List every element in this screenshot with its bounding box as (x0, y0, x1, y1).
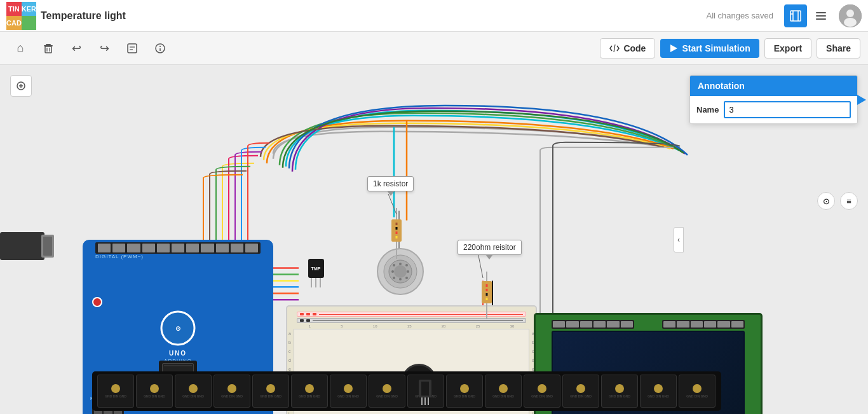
svg-rect-33 (0, 232, 44, 260)
tooltip-220-resistor: 220ohm reisitor (458, 240, 522, 255)
canvas-area[interactable]: DIGITAL (PWM~) ⊙ UNO ARDUINO POWER ANALO… (0, 65, 868, 414)
annotation-body: Name (690, 96, 857, 123)
svg-rect-10 (46, 44, 51, 45)
logo-ker: KER (22, 2, 36, 16)
svg-point-19 (159, 46, 161, 47)
svg-point-55 (405, 264, 408, 266)
export-label: Export (774, 43, 802, 53)
led-unit: GND DIN GND (330, 375, 367, 408)
annotation-name-input[interactable] (724, 101, 851, 118)
export-btn[interactable]: Export (764, 38, 811, 59)
list-view-btn[interactable] (810, 4, 832, 27)
annotation-arrow (857, 95, 866, 105)
led-strip: GND DIN GND GND DIN GND GND DIN GND GND … (92, 371, 721, 411)
usb-connector (0, 227, 57, 268)
annotation-lines-icon[interactable]: ≡ (840, 192, 858, 210)
circuit-icon (789, 10, 802, 22)
tooltip-1k-resistor: 1k resistor (367, 176, 414, 191)
svg-point-9 (844, 18, 857, 27)
svg-point-57 (407, 270, 409, 273)
zoom-fit-btn[interactable] (10, 75, 32, 97)
code-icon (609, 43, 620, 53)
annotation-circle-icon[interactable]: ⊙ (817, 192, 835, 210)
svg-rect-4 (816, 12, 826, 13)
svg-text:TMP: TMP (311, 266, 321, 271)
led-unit: GND DIN GND (136, 375, 173, 408)
start-simulation-btn[interactable]: Start Simulation (660, 39, 759, 58)
play-icon (669, 44, 678, 53)
svg-rect-12 (45, 46, 51, 53)
led-unit: GND DIN GND (485, 375, 522, 408)
panel-collapse-handle[interactable]: ‹ (674, 227, 684, 252)
svg-point-53 (393, 264, 395, 266)
led-unit: GND DIN GND (446, 375, 483, 408)
annotation-name-label: Name (696, 105, 719, 114)
notes-btn[interactable] (119, 36, 145, 61)
header: TIN KER CAD Temperature light All change… (0, 0, 868, 32)
svg-point-8 (846, 10, 854, 17)
svg-rect-6 (816, 18, 826, 20)
inspector-btn[interactable] (147, 36, 173, 61)
circuit-view-btn[interactable] (784, 4, 807, 27)
led-unit: GND DIN GND (601, 375, 638, 408)
undo-btn[interactable]: ↩ (64, 36, 89, 61)
svg-point-59 (399, 278, 402, 280)
led-unit: GND DIN GND (175, 375, 212, 408)
home-btn[interactable]: ⌂ (8, 36, 33, 61)
led-unit: GND DIN GND (291, 375, 328, 408)
code-btn[interactable]: Code (600, 38, 655, 59)
led-unit: GND DIN GND (252, 375, 289, 408)
svg-marker-22 (670, 45, 677, 52)
resistor-220 (480, 272, 494, 319)
svg-point-58 (393, 277, 395, 279)
led-unit: GND DIN GND (97, 375, 134, 408)
share-label: Share (826, 43, 851, 53)
save-status: All changes saved (706, 11, 773, 20)
led-unit: GND DIN GND (640, 375, 677, 408)
svg-point-56 (391, 270, 394, 273)
user-avatar[interactable] (839, 4, 862, 27)
svg-line-21 (614, 45, 615, 52)
led-unit: GND DIN GND (369, 375, 405, 408)
led-unit: GND DIN GND (562, 375, 599, 408)
svg-point-60 (405, 277, 408, 279)
svg-point-52 (394, 265, 407, 278)
logo-tin: TIN (6, 2, 22, 16)
tinkercad-logo[interactable]: TIN KER CAD (6, 2, 34, 30)
redo-btn[interactable]: ↪ (92, 36, 117, 61)
svg-rect-35 (43, 237, 52, 256)
tmp-sensor: TMP (305, 259, 327, 287)
logo-blank (22, 16, 36, 30)
toolbar: ⌂ ↩ ↪ Code Start Simulation Export Share (0, 32, 868, 65)
led-unit: GND DIN GND (524, 375, 560, 408)
potentiometer (417, 380, 433, 405)
list-icon (815, 10, 827, 22)
code-label: Code (623, 43, 646, 53)
led-unit: GND DIN GND (679, 375, 715, 408)
led-unit: GND DIN GND (214, 375, 250, 408)
annotation-title: Annotation (690, 76, 857, 96)
svg-rect-69 (421, 382, 429, 396)
resistor-1k (390, 208, 403, 259)
svg-point-54 (399, 263, 402, 265)
logo-cad: CAD (6, 16, 22, 30)
annotation-icons: ⊙ ≡ (817, 192, 858, 210)
annotation-panel: Annotation Name (689, 75, 858, 124)
project-title: Temperature light (41, 10, 126, 22)
share-btn[interactable]: Share (817, 38, 860, 59)
svg-rect-0 (790, 11, 801, 21)
delete-btn[interactable] (36, 36, 61, 61)
simulate-label: Start Simulation (682, 43, 750, 53)
svg-rect-5 (816, 15, 826, 17)
svg-rect-15 (128, 44, 137, 53)
